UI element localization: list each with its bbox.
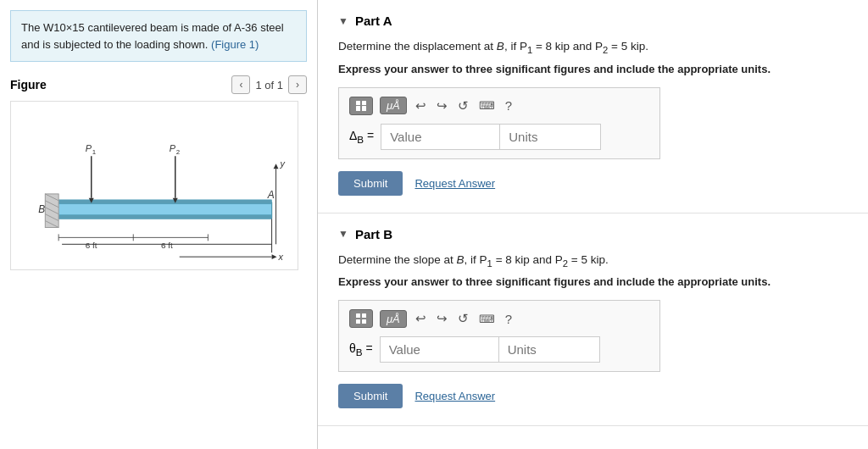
- part-b-instruction: Express your answer to three significant…: [338, 275, 848, 288]
- grid-cell: [362, 319, 366, 324]
- svg-text:A: A: [267, 189, 275, 201]
- svg-text:P: P: [170, 143, 176, 153]
- grid-button-a[interactable]: [349, 97, 373, 115]
- part-a-description: Determine the displacement at B, if P1 =…: [338, 38, 848, 58]
- part-a-action-row: Submit Request Answer: [338, 171, 848, 196]
- grid-cell: [362, 101, 366, 105]
- part-b-section: ▼ Part B Determine the slope at B, if P1…: [318, 213, 868, 427]
- grid-cell: [356, 319, 360, 324]
- part-a-header: ▼ Part A: [338, 14, 848, 28]
- part-b-collapse-arrow[interactable]: ▼: [338, 228, 348, 240]
- refresh-button-b[interactable]: ↺: [456, 309, 470, 328]
- part-b-toolbar: μÅ ↩ ↪ ↺ ⌨ ?: [349, 309, 649, 328]
- figure-canvas: x y B A: [10, 101, 298, 270]
- svg-text:1: 1: [92, 148, 97, 156]
- svg-text:y: y: [279, 158, 285, 169]
- keyboard-button-b[interactable]: ⌨: [477, 311, 497, 327]
- part-a-request-button[interactable]: Request Answer: [415, 177, 495, 190]
- part-b-action-row: Submit Request Answer: [338, 384, 848, 408]
- grid-cell: [362, 106, 366, 110]
- figure-title: Figure: [10, 78, 47, 91]
- redo-button-a[interactable]: ↪: [435, 97, 449, 115]
- svg-text:P: P: [86, 143, 92, 153]
- part-a-units-input[interactable]: [499, 124, 601, 150]
- svg-rect-10: [58, 215, 271, 219]
- part-a-input-row: ΔB =: [349, 124, 649, 150]
- part-a-collapse-arrow[interactable]: ▼: [338, 15, 348, 27]
- svg-text:B: B: [38, 203, 45, 215]
- part-a-section: ▼ Part A Determine the displacement at B…: [318, 0, 868, 213]
- mu-button-a[interactable]: μÅ: [380, 97, 407, 114]
- svg-text:x: x: [278, 252, 284, 262]
- prev-figure-button[interactable]: ‹: [231, 75, 250, 94]
- left-panel: The W10×15 cantilevered beam is made of …: [0, 0, 318, 449]
- grid-cell: [356, 106, 360, 110]
- help-button-b[interactable]: ?: [504, 310, 514, 328]
- keyboard-button-a[interactable]: ⌨: [477, 97, 497, 114]
- svg-text:6 ft: 6 ft: [161, 241, 173, 250]
- part-a-toolbar: μÅ ↩ ↪ ↺ ⌨ ?: [349, 97, 649, 115]
- svg-text:6 ft: 6 ft: [86, 241, 97, 250]
- undo-button-a[interactable]: ↩: [414, 97, 428, 115]
- part-a-answer-box: μÅ ↩ ↪ ↺ ⌨ ? ΔB =: [338, 87, 660, 159]
- right-panel: ▼ Part A Determine the displacement at B…: [318, 0, 868, 449]
- part-b-input-label: θB =: [349, 341, 373, 358]
- figure-link[interactable]: (Figure 1): [211, 38, 259, 51]
- part-a-instruction: Express your answer to three significant…: [338, 63, 848, 75]
- grid-cell: [356, 313, 360, 318]
- help-button-a[interactable]: ?: [504, 97, 514, 114]
- grid-cell: [362, 313, 366, 318]
- part-b-input-row: θB =: [349, 336, 649, 363]
- part-a-title: Part A: [355, 14, 392, 28]
- part-a-value-input[interactable]: [381, 124, 499, 150]
- svg-marker-6: [274, 164, 279, 169]
- redo-button-b[interactable]: ↪: [435, 309, 449, 328]
- grid-cell: [356, 101, 360, 105]
- part-b-answer-box: μÅ ↩ ↪ ↺ ⌨ ? θB =: [338, 300, 660, 372]
- figure-nav: ‹ 1 of 1 ›: [231, 75, 307, 94]
- grid-icon-b: [356, 313, 366, 324]
- beam-svg: x y B A: [11, 102, 298, 269]
- mu-button-b[interactable]: μÅ: [380, 310, 407, 328]
- part-b-header: ▼ Part B: [338, 227, 848, 241]
- part-a-input-label: ΔB =: [349, 129, 374, 145]
- grid-button-b[interactable]: [349, 309, 373, 328]
- part-b-title: Part B: [355, 227, 392, 241]
- problem-description: The W10×15 cantilevered beam is made of …: [10, 10, 307, 62]
- svg-rect-9: [58, 200, 271, 204]
- figure-header: Figure ‹ 1 of 1 ›: [10, 75, 307, 94]
- part-b-units-input[interactable]: [498, 336, 600, 363]
- part-b-value-input[interactable]: [380, 336, 498, 363]
- undo-button-b[interactable]: ↩: [414, 309, 428, 328]
- part-b-description: Determine the slope at B, if P1 = 8 kip …: [338, 252, 848, 271]
- refresh-button-a[interactable]: ↺: [456, 97, 470, 115]
- svg-marker-3: [272, 254, 277, 259]
- part-b-submit-button[interactable]: Submit: [338, 384, 403, 408]
- next-figure-button[interactable]: ›: [288, 75, 307, 94]
- figure-section: Figure ‹ 1 of 1 › x y: [0, 72, 317, 449]
- figure-count: 1 of 1: [255, 79, 283, 91]
- part-a-submit-button[interactable]: Submit: [338, 171, 403, 196]
- svg-text:2: 2: [176, 148, 180, 156]
- part-b-request-button[interactable]: Request Answer: [415, 390, 495, 402]
- grid-icon-a: [356, 101, 366, 111]
